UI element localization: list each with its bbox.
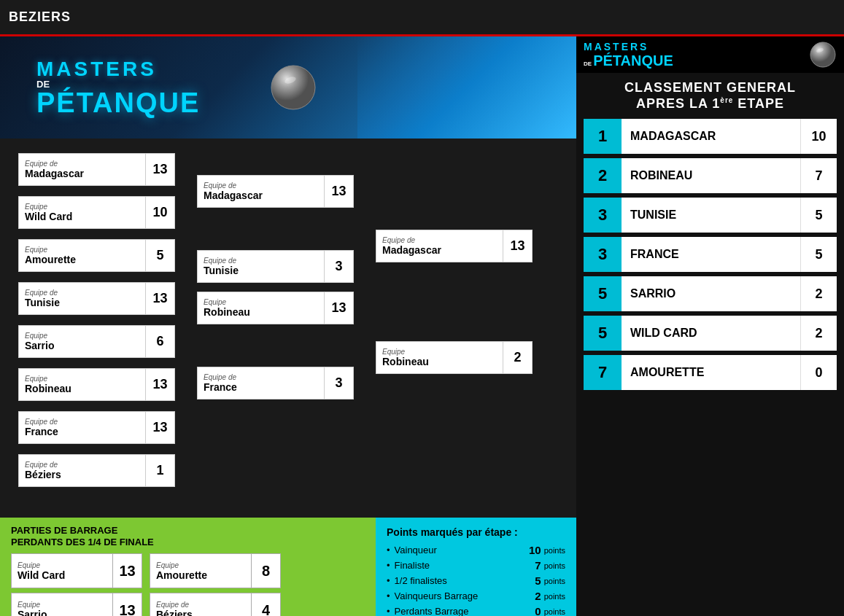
team-label: Equipe de [204, 182, 263, 190]
match-item: Equipe de Béziers 1 [18, 454, 175, 487]
team-box: Equipe Robineau [197, 292, 325, 324]
team-score: 5 [146, 239, 175, 272]
team-label: Equipe de [25, 289, 60, 297]
bracket-wrapper: Equipe de Madagascar 13 Equipe Wild Card… [11, 146, 565, 503]
classement-team-name: ROBINEAU [622, 158, 800, 193]
team-score: 2 [503, 341, 533, 374]
team-name: Robineau [204, 306, 250, 318]
barrage-match-item: Equipe de Béziers 4 [150, 593, 281, 616]
barrage-team-box: Equipe Wild Card [11, 553, 113, 588]
barrage-team-name: Béziers [156, 609, 245, 616]
team-score: 13 [146, 368, 175, 401]
points-section: Points marqués par étape : • Vainqueur 1… [376, 518, 576, 616]
team-name: Béziers [25, 469, 61, 480]
classement-row: 1 MADAGASCAR 10 [584, 119, 837, 154]
point-row: • Finaliste 7 points [387, 559, 565, 572]
classement-team-name: SARRIO [622, 276, 800, 311]
barrage-score: 13 [113, 553, 142, 588]
match-item: Equipe de Madagascar 13 [18, 153, 175, 186]
barrage-team-name: Sarrio [18, 609, 107, 616]
point-value: 5 [535, 574, 541, 587]
barrage-team-box: Equipe Sarrio [11, 593, 113, 616]
team-name: Madagascar [25, 168, 84, 179]
banner-petanque-text: PÉTANQUE [36, 89, 200, 117]
team-box: Equipe de Madagascar [376, 230, 503, 262]
match-item: Equipe de France 13 [18, 411, 175, 444]
team-info: Equipe Amourette [25, 246, 76, 265]
team-name: Robineau [25, 383, 71, 394]
point-unit: points [544, 546, 565, 555]
classement-row: 3 TUNISIE 5 [584, 198, 837, 233]
classement-score: 5 [800, 237, 837, 272]
barrage-score: 4 [252, 593, 281, 616]
team-info: Equipe Sarrio [25, 332, 54, 351]
classement-team-name: FRANCE [622, 237, 800, 272]
team-score: 6 [146, 325, 175, 358]
team-info: Equipe Robineau [25, 375, 71, 394]
team-box: Equipe Amourette [18, 239, 146, 272]
barrage-match-item: Equipe Wild Card 13 [11, 553, 142, 588]
team-label: Equipe de [204, 373, 237, 381]
point-bullet: • [387, 560, 390, 571]
barrage-team-name: Amourette [156, 569, 245, 581]
point-unit: points [544, 592, 565, 601]
team-name: Sarrio [25, 340, 54, 351]
classement-score: 2 [800, 316, 837, 351]
team-info: Equipe de Béziers [25, 461, 61, 480]
team-score: 3 [325, 250, 354, 283]
team-box: Equipe Wild Card [18, 196, 146, 229]
team-box: Equipe de Béziers [18, 454, 146, 487]
main-layout: MASTERS DE PÉTANQUE [0, 36, 844, 616]
classement-row: 2 ROBINEAU 7 [584, 158, 837, 193]
team-info: Equipe Robineau [204, 298, 250, 318]
rank-badge: 5 [584, 276, 622, 311]
team-box: Equipe de France [18, 411, 146, 444]
point-unit: points [544, 577, 565, 585]
classement-rows: 1 MADAGASCAR 10 2 ROBINEAU 7 3 TUNISIE 5… [584, 119, 837, 390]
match-item: Equipe Amourette 5 [18, 239, 175, 272]
point-label: Finaliste [395, 560, 535, 571]
point-label: Vainqueurs Barrage [395, 590, 535, 601]
petanque-ball-icon [270, 64, 317, 112]
team-box: Equipe Sarrio [18, 325, 146, 358]
team-label: Equipe de [25, 461, 61, 469]
match-item: Equipe de Tunisie 13 [18, 282, 175, 315]
classement-score: 10 [800, 119, 837, 154]
classement-score: 0 [800, 355, 837, 390]
match-item: Equipe de Madagascar 13 [197, 175, 354, 208]
match-item: Equipe de Madagascar 13 [376, 230, 533, 262]
barrage-team-label: Equipe [18, 601, 107, 609]
barrage-team-name: Wild Card [18, 569, 107, 581]
barrage-team-label: Equipe [156, 561, 245, 569]
barrage-score: 8 [252, 553, 281, 588]
match-item: Equipe Robineau 2 [376, 341, 533, 374]
right-petanque-text: PÉTANQUE [593, 52, 673, 69]
team-name: Tunisie [204, 265, 239, 276]
match-item: Equipe Wild Card 10 [18, 196, 175, 229]
team-label: Equipe [25, 203, 72, 211]
point-unit: points [544, 607, 565, 616]
team-box: Equipe de Madagascar [18, 153, 146, 186]
classement-title: CLASSEMENT GENERAL APRES LA 1ère ETAPE [584, 80, 837, 112]
rank-badge: 2 [584, 158, 622, 193]
top-bar-title: BEZIERS [9, 9, 71, 25]
team-score: 13 [503, 230, 533, 262]
point-value: 2 [535, 590, 541, 602]
right-panel: MASTERS DE PÉTANQUE [576, 36, 844, 616]
team-name: Madagascar [382, 244, 441, 256]
team-info: Equipe de France [25, 418, 58, 437]
team-score: 1 [146, 454, 175, 487]
point-row: • Perdants Barrage 0 points [387, 605, 565, 616]
classement-row: 3 FRANCE 5 [584, 237, 837, 272]
team-box: Equipe Robineau [18, 368, 146, 401]
match-item: Equipe Robineau 13 [197, 292, 354, 324]
classement-team-name: TUNISIE [622, 198, 800, 233]
rank-badge: 3 [584, 198, 622, 233]
point-label: Perdants Barrage [395, 606, 535, 616]
match-item: Equipe de France 3 [197, 367, 354, 399]
match-item: Equipe Sarrio 6 [18, 325, 175, 358]
team-label: Equipe [382, 348, 429, 356]
barrage-matches: Equipe Wild Card 13 Equipe Sarrio 13 Equ… [11, 553, 365, 616]
team-score: 10 [146, 196, 175, 229]
team-name: France [204, 381, 237, 393]
